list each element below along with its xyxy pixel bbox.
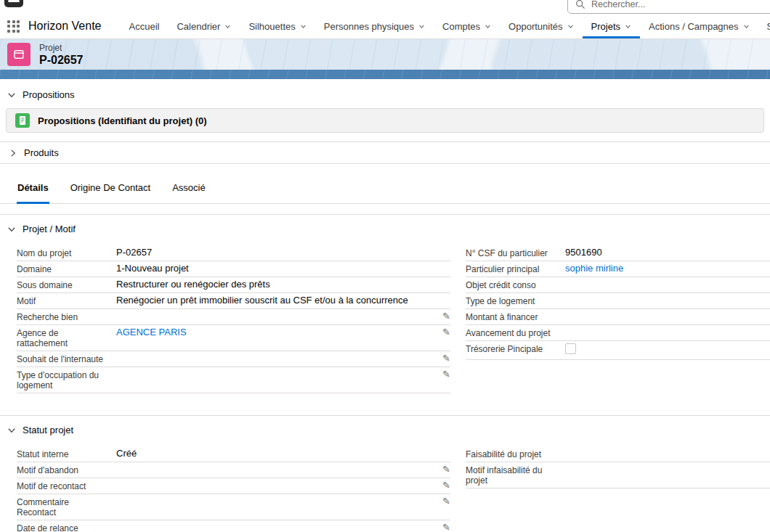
field-value: Renégocier un prêt immobilier souscrit a… [116,295,437,306]
pencil-icon[interactable]: ✎ [437,369,450,380]
tab-details[interactable]: Détails [17,182,49,204]
chevron-right-icon[interactable] [9,149,17,157]
statut-projet-toggle[interactable]: Statut projet [7,425,770,435]
field-row-csf-particulier: N° CSF du particulier 9501690 [466,245,770,261]
related-propositions-section: Propositions Propositions (Identifiant d… [0,79,770,133]
app-name: Horizon Vente [28,20,102,33]
search-input[interactable] [590,0,770,10]
nav-item-supports[interactable]: Supports [758,14,770,38]
field-label: Recherche bien [17,311,116,322]
fields-left: Statut interne Créé Motif d'abandon ✎ Mo… [17,446,450,532]
nav-item-actions-campagnes[interactable]: Actions / Campagnes [640,14,758,38]
field-label: Type d'occupation du logement [17,369,116,390]
field-row-agence-de-rattachement: Agence de rattachement AGENCE PARIS ✎ [17,325,450,351]
tab-origine-de-contact[interactable]: Origine De Contact [70,182,152,204]
chevron-down-icon [567,23,574,30]
pencil-icon[interactable]: ✎ [437,522,450,532]
chevron-down-icon [418,23,425,30]
field-label: Motif de recontact [17,480,116,491]
field-value: 9501690 [565,247,770,258]
pencil-icon[interactable]: ✎ [437,464,450,475]
chevron-down-icon[interactable] [7,426,16,435]
field-label: N° CSF du particulier [466,247,565,258]
field-value-link[interactable]: sophie mirline [565,263,770,274]
section-title: Projet / Motif [23,224,76,234]
nav-item-silhouettes[interactable]: Silhouettes [240,14,315,38]
field-row-objet-credit-conso: Objet crédit conso [466,277,770,293]
pencil-icon[interactable]: ✎ [437,480,450,491]
field-row-commentaire-recontact: Commentaire Recontact ✎ [17,494,450,520]
nav-item-opportunites[interactable]: Opportunités [500,14,582,38]
field-label: Trésorerie Pincipale [466,343,565,354]
field-label: Statut interne [17,448,116,459]
app-window: Horizon Vente Accueil Calendrier Silhoue… [0,0,770,532]
field-label: Particulier principal [466,263,565,274]
record-title: P-02657 [39,54,84,66]
nav-item-label: Personnes physiques [324,21,414,32]
section-projet-motif: Projet / Motif Nom du projet P-02657 Dom… [0,214,770,405]
nav-item-calendrier[interactable]: Calendrier [168,14,240,38]
nav-item-label: Opportunités [508,21,562,32]
divider [0,142,770,142]
section-title: Propositions [23,89,75,100]
field-row-avancement-du-projet: Avancement du projet [466,325,770,341]
search-icon [575,0,585,9]
projet-motif-toggle[interactable]: Projet / Motif [7,224,770,234]
entity-label: Projet [39,44,84,52]
header-banner [0,70,770,79]
record-header: Projet P-02657 [0,39,770,70]
nav-item-personnes-physiques[interactable]: Personnes physiques [315,14,434,38]
app-launcher-icon[interactable] [7,20,20,33]
field-row-souhait-internaute: Souhait de l'internaute ✎ [17,351,450,367]
record-tabs: Détails Origine De Contact Associé [0,164,770,204]
nav-item-label: Supports [767,21,770,32]
section-statut-projet: Statut projet Statut interne Créé Motif … [0,415,770,532]
nav-item-projets[interactable]: Projets [583,14,640,38]
section-title: Produits [24,147,59,158]
nav-item-label: Calendrier [177,21,220,32]
section-title: Statut projet [23,425,73,435]
global-header [0,0,770,14]
nav-items: Accueil Calendrier Silhouettes Personnes… [121,14,770,38]
field-label: Motif infaisabilité du projet [466,464,565,486]
field-row-type-de-logement: Type de logement [466,293,770,309]
chevron-down-icon [743,23,750,30]
tab-associe[interactable]: Associé [171,182,206,204]
fields-left: Nom du projet P-02657 Domaine 1-Nouveau … [17,245,450,393]
field-row-particulier-principal: Particulier principal sophie mirline [466,261,770,277]
field-row-recherche-bien: Recherche bien ✎ [17,309,450,325]
field-row-montant-a-financer: Montant à financer [466,309,770,325]
app-navigation: Horizon Vente Accueil Calendrier Silhoue… [0,14,770,39]
chevron-down-icon[interactable] [7,91,16,99]
propositions-related-list-card[interactable]: Propositions (Identifiant du projet) (0) [6,108,764,133]
field-row-type-occupation-logement: Type d'occupation du logement ✎ [17,367,450,393]
pencil-icon[interactable]: ✎ [437,327,450,337]
fields-right: N° CSF du particulier 9501690 Particulie… [466,245,770,393]
field-value-link[interactable]: AGENCE PARIS [116,327,437,338]
chevron-down-icon [224,23,231,30]
field-row-motif-abandon: Motif d'abandon ✎ [17,462,450,478]
pencil-icon[interactable]: ✎ [437,496,450,507]
field-label: Faisabilité du projet [466,448,565,459]
field-row-motif: Motif Renégocier un prêt immobilier sous… [17,293,450,309]
field-row-nom-du-projet: Nom du projet P-02657 [17,245,450,261]
produits-section-toggle[interactable]: Produits [9,147,770,158]
nav-item-accueil[interactable]: Accueil [121,14,169,38]
field-label: Objet crédit conso [466,279,565,290]
tresorerie-checkbox[interactable] [565,343,576,354]
chevron-down-icon [300,23,307,30]
field-label: Motif [17,295,116,306]
pencil-icon[interactable]: ✎ [437,311,450,322]
chevron-down-icon[interactable] [7,225,16,234]
pencil-icon[interactable]: ✎ [437,353,450,364]
global-search[interactable] [567,0,770,14]
nav-item-label: Accueil [129,21,160,32]
field-label: Domaine [17,263,116,274]
document-icon [15,113,30,128]
field-row-motif-infaisabilite: Motif infaisabilité du projet [466,462,770,488]
nav-item-label: Actions / Campagnes [649,21,739,32]
field-value: Restructurer ou renégocier des prêts [116,279,437,290]
nav-item-comptes[interactable]: Comptes [434,14,500,38]
field-label: Avancement du projet [466,327,565,338]
propositions-section-toggle[interactable]: Propositions [7,89,764,100]
